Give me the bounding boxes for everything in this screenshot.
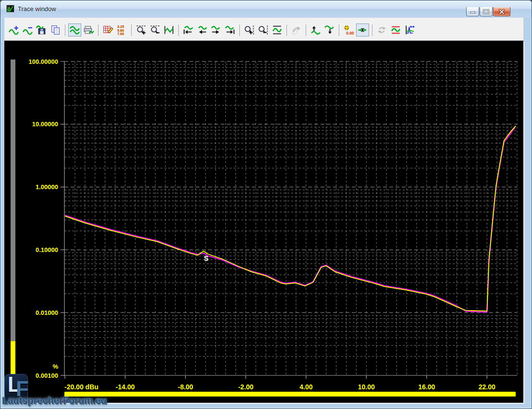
wave-arrow-home-icon <box>183 24 194 36</box>
wave-lines-icon <box>272 24 283 36</box>
toolbar-separator <box>286 24 287 36</box>
svg-text:22.00: 22.00 <box>479 383 495 391</box>
save-trace-button[interactable] <box>35 24 48 36</box>
close-button[interactable] <box>493 7 510 16</box>
sweep-progress-bar <box>64 392 516 397</box>
toolbar-separator <box>131 24 132 36</box>
svg-text:0.00: 0.00 <box>346 31 354 36</box>
scroll-end-button[interactable] <box>223 24 236 36</box>
svg-text:100.00000: 100.00000 <box>29 58 58 65</box>
wave-arrow-down-icon <box>324 24 335 36</box>
plot-client-area: -20.00 dBu-14.00-8.00-2.004.0010.0016.00… <box>4 41 523 403</box>
toolbar-separator <box>178 24 179 36</box>
titlebar[interactable]: Trace window <box>0 0 532 18</box>
level-meter <box>11 60 15 387</box>
shift-trace-up-button[interactable] <box>309 24 322 36</box>
x-axis-labels: -20.00 dBu-14.00-8.00-2.004.0010.0016.00… <box>64 375 495 391</box>
y-axis-labels: 100.0000010.000001.000000.100000.010000.… <box>29 58 64 379</box>
svg-text:-2.00: -2.00 <box>238 383 253 391</box>
fit-y-button[interactable] <box>271 24 284 36</box>
svg-text:10.00: 10.00 <box>358 383 375 391</box>
scroll-left-button[interactable] <box>196 24 209 36</box>
zoom-x-in-button[interactable] <box>135 24 148 36</box>
plus-zero-icon: 0.00 <box>343 24 354 36</box>
print-trace-button[interactable] <box>82 24 95 36</box>
remove-trace-button[interactable] <box>21 24 34 36</box>
overlay-swap-button[interactable] <box>375 24 388 36</box>
toolbar-separator <box>339 24 339 36</box>
cursor-marker: SS <box>204 254 209 263</box>
svg-text:1.00000: 1.00000 <box>36 183 58 191</box>
thd-trace-yellow <box>65 126 516 311</box>
scroll-home-button[interactable] <box>182 24 195 36</box>
axes <box>64 61 517 375</box>
show-traces-button[interactable] <box>68 24 81 36</box>
toolbar-separator <box>65 24 65 36</box>
y-axis-unit: % <box>52 363 58 370</box>
wave-compress-icon <box>357 24 368 36</box>
svg-text:0.10000: 0.10000 <box>36 246 58 253</box>
zoom-x-out-button[interactable] <box>148 24 161 36</box>
svg-text:-8.00: -8.00 <box>178 383 193 391</box>
level-meter-track <box>11 60 15 341</box>
wave-arrow-right-icon <box>210 24 222 36</box>
window-controls <box>466 7 510 16</box>
svg-text:-20.00 dBu: -20.00 dBu <box>64 383 99 391</box>
copy-pages-icon <box>50 24 61 36</box>
floppy-wave-icon <box>36 24 47 36</box>
arrow-up-wave-icon <box>310 24 321 36</box>
spectrum-arrows-icon <box>404 24 415 36</box>
wave-minus-icon <box>22 24 33 36</box>
close-icon <box>498 9 505 14</box>
trace-plot[interactable]: -20.00 dBu-14.00-8.00-2.004.0010.0016.00… <box>4 41 523 403</box>
offset-zero-button[interactable]: 0.00 <box>342 24 355 36</box>
watermark-site-text: LautsprecherForum.eu <box>2 395 107 406</box>
svg-text:7.00: 7.00 <box>117 32 124 36</box>
svg-text:-14.00: -14.00 <box>116 383 135 391</box>
trace-window: Trace window 3.255.607.000.00 -20.00 dBu… <box>0 0 532 409</box>
grid <box>64 61 517 375</box>
thd-trace-magenta <box>65 127 515 312</box>
values-list-icon: 3.255.607.00 <box>116 24 127 36</box>
trace-app-icon <box>6 5 14 12</box>
edit-values-button[interactable] <box>101 24 114 36</box>
maximize-icon <box>483 9 489 14</box>
svg-text:0.00100: 0.00100 <box>36 372 58 379</box>
add-trace-button[interactable] <box>7 24 20 36</box>
zoom-y-in-button[interactable] <box>243 24 256 36</box>
scroll-right-button[interactable] <box>210 24 223 36</box>
minimize-icon <box>470 9 476 14</box>
copy-trace-button[interactable] <box>49 24 62 36</box>
compress-x-button[interactable] <box>356 24 369 36</box>
shift-trace-down-button[interactable] <box>323 24 336 36</box>
value-list-button[interactable]: 3.255.607.00 <box>115 24 128 36</box>
zoom-y-out-button[interactable] <box>257 24 270 36</box>
svg-text:S: S <box>204 254 208 262</box>
wave-arrow-end-icon <box>224 24 235 36</box>
pan-trace-button[interactable] <box>290 24 303 36</box>
magnifier-plus-v-icon <box>244 24 255 36</box>
window-title: Trace window <box>18 5 56 12</box>
svg-text:10.00000: 10.00000 <box>32 120 58 128</box>
fit-x-button[interactable] <box>162 24 175 36</box>
wave-brackets-icon <box>163 24 174 36</box>
wave-arrow-left-icon <box>197 24 208 36</box>
wave-red-lines-icon <box>390 24 401 36</box>
printer-wave-icon <box>83 24 94 36</box>
minimize-button[interactable] <box>466 7 479 16</box>
limit-lines-button[interactable] <box>389 24 402 36</box>
toolbar-separator <box>372 24 372 36</box>
toolbar-separator <box>239 24 240 36</box>
waves-double-icon <box>69 24 80 36</box>
maximize-button[interactable] <box>480 7 493 16</box>
wave-plus-icon <box>8 24 19 36</box>
toolbar-separator <box>306 24 306 36</box>
spectrum-shift-button[interactable] <box>403 24 416 36</box>
magnifier-minus-v-icon <box>258 24 269 36</box>
svg-text:16.00: 16.00 <box>418 383 435 391</box>
magnifier-minus-h-icon <box>149 24 161 36</box>
arrows-gray-icon <box>376 24 387 36</box>
table-pencil-icon <box>102 24 113 36</box>
toolbar-separator <box>98 24 99 36</box>
pan-gray-icon <box>291 24 302 36</box>
